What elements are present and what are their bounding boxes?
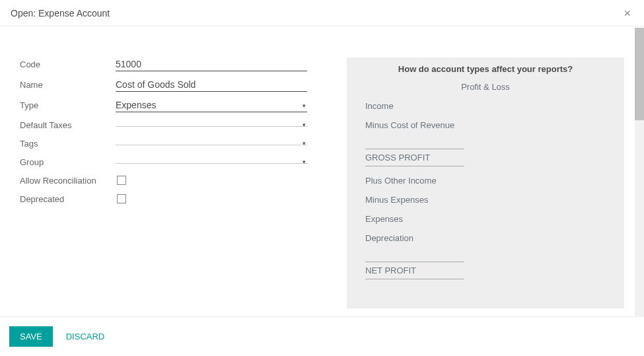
scrollbar-thumb[interactable]	[635, 28, 644, 120]
label-type: Type	[20, 100, 116, 110]
info-depreciation: Depreciation	[360, 233, 611, 243]
save-button[interactable]: SAVE	[9, 326, 53, 347]
row-type: Type Expenses ▾	[20, 98, 307, 112]
label-name: Name	[20, 80, 116, 90]
discard-button[interactable]: DISCARD	[66, 332, 105, 341]
name-input[interactable]	[116, 78, 307, 92]
row-deprecated: Deprecated	[20, 193, 307, 205]
label-allow-reconciliation: Allow Reconciliation	[20, 176, 116, 186]
allow-reconciliation-checkbox[interactable]	[117, 176, 126, 185]
tags-select[interactable]	[116, 142, 307, 145]
dialog-footer: SAVE DISCARD	[0, 316, 644, 356]
dialog-header: Open: Expense Account ×	[0, 0, 644, 26]
deprecated-checkbox[interactable]	[117, 194, 126, 203]
row-code: Code	[20, 57, 307, 71]
group-select[interactable]	[116, 160, 307, 164]
info-net-profit: NET PROFIT	[365, 262, 464, 279]
info-plus-other: Plus Other Income	[360, 176, 611, 186]
content-row: Code Name Type Expenses ▾	[20, 57, 624, 308]
info-minus-expenses: Minus Expenses	[360, 195, 611, 205]
code-input[interactable]	[116, 57, 307, 71]
row-tags: Tags ▾	[20, 137, 307, 149]
scrollbar-track[interactable]	[635, 28, 644, 317]
info-income: Income	[360, 101, 611, 111]
row-default-taxes: Default Taxes ▾	[20, 119, 307, 131]
row-name: Name	[20, 78, 307, 92]
row-group: Group ▾	[20, 156, 307, 168]
label-default-taxes: Default Taxes	[20, 120, 116, 130]
close-icon[interactable]: ×	[621, 7, 633, 19]
info-title: How do account types affect your reports…	[360, 64, 611, 74]
info-gross-profit: GROSS PROFIT	[365, 149, 464, 166]
default-taxes-select[interactable]	[116, 124, 307, 127]
row-allow-reconciliation: Allow Reconciliation	[20, 174, 307, 186]
label-group: Group	[20, 157, 116, 167]
label-tags: Tags	[20, 139, 116, 149]
label-deprecated: Deprecated	[20, 194, 116, 204]
label-code: Code	[20, 59, 116, 69]
info-subtitle: Profit & Loss	[360, 82, 611, 92]
type-select[interactable]: Expenses	[116, 98, 307, 112]
info-expenses: Expenses	[360, 214, 611, 224]
info-minus-cor: Minus Cost of Revenue	[360, 120, 611, 130]
dialog-body: Code Name Type Expenses ▾	[0, 26, 644, 316]
form-section: Code Name Type Expenses ▾	[20, 57, 307, 308]
dialog-title: Open: Expense Account	[11, 8, 110, 18]
expense-account-dialog: Open: Expense Account × Code Name	[0, 0, 644, 356]
info-panel: How do account types affect your reports…	[347, 57, 624, 308]
